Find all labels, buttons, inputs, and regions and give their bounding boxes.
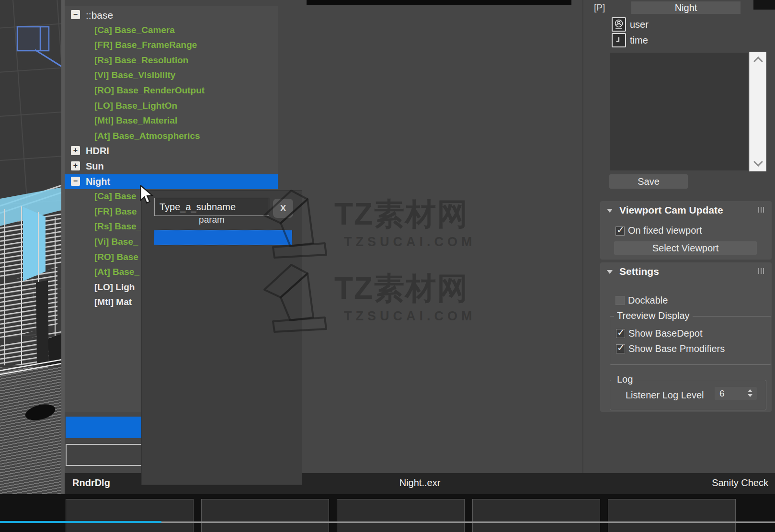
- tree-row-label: [Ca] Base: [94, 191, 137, 202]
- show-base-pmodifiers-checkbox[interactable]: [616, 344, 625, 353]
- subname-input[interactable]: [154, 198, 269, 216]
- render-buttons: [66, 499, 743, 532]
- select-viewport-button[interactable]: Select Viewport: [614, 241, 757, 255]
- tree-row-label: [LO] Ligh: [94, 282, 135, 293]
- log-group-title: Log: [614, 374, 636, 385]
- treeview-display-title: Treeview Display: [614, 310, 693, 321]
- render-button[interactable]: [66, 499, 194, 532]
- tree-row[interactable]: [RO] Base_RenderOutput: [65, 83, 278, 99]
- tree-row-label: [LO] Base_LightOn: [94, 101, 177, 111]
- tree-row-label: [At] Base_Atmospherics: [94, 131, 200, 141]
- treeview-display-group: Treeview Display Show BaseDepot Show Bas…: [610, 316, 771, 365]
- show-basedepot-checkbox[interactable]: [616, 329, 625, 338]
- watermark-brand: TZ素材网: [334, 193, 468, 235]
- param-list-label: param: [154, 215, 269, 225]
- rollout-collapse-icon[interactable]: [607, 270, 613, 274]
- user-icon: [612, 17, 626, 32]
- notes-textarea[interactable]: [610, 53, 748, 170]
- mouse-cursor: [140, 185, 156, 205]
- param-list: [154, 230, 292, 273]
- render-button[interactable]: [472, 499, 600, 532]
- dockable-label: Dockable: [628, 295, 668, 306]
- tree-row[interactable]: [Mtl] Base_Material: [65, 113, 278, 129]
- time-icon: [612, 33, 626, 47]
- spinner-value: 6: [719, 388, 725, 399]
- notes-scrollbar[interactable]: [749, 52, 766, 171]
- tree-expand-icon[interactable]: −: [71, 177, 80, 186]
- time-slider-active-segment[interactable]: [0, 521, 161, 523]
- top-corner-strip: [753, 0, 775, 10]
- listener-log-level-spinner[interactable]: 6: [715, 387, 757, 400]
- tree-row[interactable]: − Night: [65, 174, 278, 190]
- tree-row-label: [FR] Base: [94, 206, 137, 217]
- spinner-down-icon[interactable]: [748, 394, 752, 397]
- listener-log-level-label: Listener Log Level: [626, 390, 704, 401]
- save-button[interactable]: Save: [609, 174, 688, 189]
- rollout-grip-icon[interactable]: [758, 268, 765, 274]
- viewport-3d[interactable]: [0, 0, 65, 494]
- show-base-pmodifiers-label: Show Base Pmodifiers: [628, 343, 725, 354]
- ground-plane: [0, 367, 65, 494]
- tree-row-label: [Vi] Base_: [94, 237, 138, 247]
- rollout-collapse-icon[interactable]: [607, 209, 613, 213]
- preset-prefix-label: [P]: [594, 2, 605, 13]
- watermark-site: TZSUCAI.COM: [344, 235, 476, 249]
- tree-row-label: [At] Base_: [94, 267, 139, 277]
- spinner-up-icon[interactable]: [748, 389, 752, 392]
- tree-row-label: [RO] Base_RenderOutput: [94, 85, 205, 96]
- log-group: Log Listener Log Level 6: [610, 380, 766, 410]
- scroll-up-icon[interactable]: [753, 57, 763, 66]
- user-field-label: user: [630, 19, 649, 30]
- tree-row[interactable]: − ::base: [65, 8, 278, 23]
- tree-row-label: [Vi] Base_Visibility: [94, 70, 175, 80]
- rollout-grip-icon[interactable]: [758, 207, 765, 213]
- tree-row-label: [Rs] Base_Resolution: [94, 55, 188, 66]
- camera-gizmo-icon: [9, 22, 65, 72]
- output-filename-label: Night..exr: [399, 477, 441, 488]
- tree-row[interactable]: [LO] Base_LightOn: [65, 99, 278, 114]
- preset-name-field[interactable]: Night: [631, 1, 741, 14]
- watermark-site: TZSUCAI.COM: [344, 309, 476, 324]
- time-slider-track[interactable]: [161, 521, 775, 523]
- render-button[interactable]: [337, 499, 465, 532]
- param-list-item[interactable]: [154, 259, 292, 273]
- tree-row-label: [Mtl] Mat: [94, 297, 132, 307]
- tree-row-label: Night: [86, 176, 110, 187]
- tree-expand-icon[interactable]: −: [71, 10, 80, 19]
- tree-expand-icon[interactable]: +: [71, 161, 80, 170]
- subname-popup: X param: [142, 191, 302, 485]
- tree-row-label: HDRI: [86, 146, 109, 157]
- render-button[interactable]: [201, 499, 329, 532]
- rollout-title[interactable]: Settings: [619, 266, 659, 277]
- sanity-check-button[interactable]: Sanity Check: [712, 477, 768, 488]
- rollout-viewport-cam-update: Viewport Cam Update On fixed viewport Se…: [600, 201, 772, 260]
- on-fixed-viewport-checkbox[interactable]: [615, 226, 625, 236]
- tree-row[interactable]: [FR] Base_FrameRange: [65, 38, 278, 53]
- param-list-item[interactable]: [154, 245, 292, 259]
- tree-row-label: [FR] Base_FrameRange: [94, 40, 197, 50]
- on-fixed-viewport-label: On fixed viewport: [628, 225, 702, 236]
- rollout-settings: Settings Dockable Treeview Display Show …: [600, 262, 772, 412]
- render-button-bar: [0, 494, 775, 532]
- dockable-checkbox[interactable]: [615, 296, 625, 305]
- time-field-label: time: [630, 35, 648, 46]
- wireframe-building: [0, 180, 65, 367]
- tree-row-label: [Mtl] Base_Material: [94, 115, 177, 126]
- tree-row[interactable]: + HDRI: [65, 144, 278, 159]
- tree-row[interactable]: [At] Base_Atmospherics: [65, 129, 278, 144]
- close-button[interactable]: X: [273, 199, 293, 218]
- scroll-down-icon[interactable]: [753, 157, 763, 167]
- tab-rndrdlg[interactable]: RndrDlg: [72, 477, 110, 488]
- tree-row[interactable]: [Ca] Base_Camera: [65, 23, 278, 38]
- tree-row[interactable]: [Vi] Base_Visibility: [65, 68, 278, 83]
- app-window: − ::base [Ca] Base_Camera [FR] Base_Fram…: [0, 0, 775, 532]
- tree-row[interactable]: [Rs] Base_Resolution: [65, 53, 278, 68]
- rollout-title[interactable]: Viewport Cam Update: [619, 204, 723, 216]
- param-list-item[interactable]: [154, 230, 292, 245]
- show-basedepot-label: Show BaseDepot: [628, 328, 703, 339]
- watermark-brand: TZ素材网: [334, 268, 468, 309]
- tree-row[interactable]: + Sun: [65, 159, 278, 174]
- tree-expand-icon[interactable]: +: [71, 146, 80, 155]
- render-button[interactable]: [608, 499, 736, 532]
- tree-row-label: [RO] Base: [94, 252, 138, 262]
